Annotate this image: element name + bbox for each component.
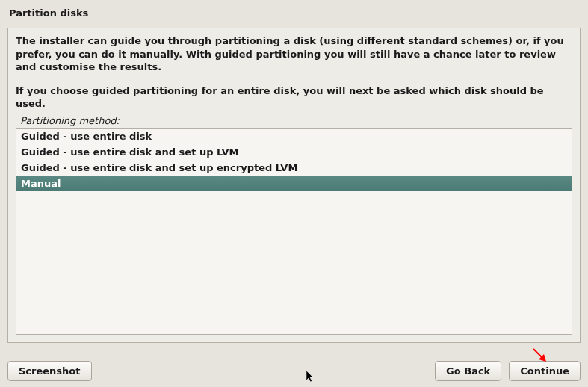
- option-guided-encrypted-lvm[interactable]: Guided - use entire disk and set up encr…: [16, 160, 572, 176]
- option-guided-lvm[interactable]: Guided - use entire disk and set up LVM: [16, 144, 572, 160]
- content-box: The installer can guide you through part…: [7, 28, 581, 343]
- page-title: Partition disks: [0, 0, 588, 23]
- partitioning-options-list[interactable]: Guided - use entire disk Guided - use en…: [16, 128, 572, 335]
- partitioning-method-label: Partitioning method:: [16, 115, 572, 126]
- screenshot-button[interactable]: Screenshot: [7, 361, 92, 381]
- footer-right: Go Back Continue: [435, 361, 581, 381]
- option-manual[interactable]: Manual: [16, 176, 572, 191]
- description-text-2: If you choose guided partitioning for an…: [16, 84, 572, 111]
- option-guided-entire-disk[interactable]: Guided - use entire disk: [16, 129, 572, 144]
- description-text: The installer can guide you through part…: [16, 34, 572, 74]
- svg-line-0: [533, 349, 544, 359]
- footer: Screenshot Go Back Continue: [7, 361, 581, 381]
- continue-button[interactable]: Continue: [509, 361, 581, 381]
- go-back-button[interactable]: Go Back: [435, 361, 501, 381]
